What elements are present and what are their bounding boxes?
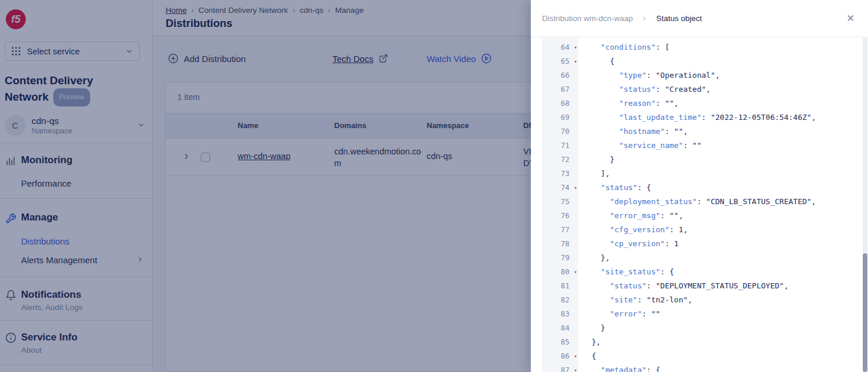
line-number: 65▾ (542, 54, 578, 68)
panel-breadcrumb[interactable]: Distribution wm-dcn-waap (542, 14, 633, 23)
code-text: } (578, 153, 615, 167)
code-text: "last_update_time": "2022-12-05T06:54:46… (578, 111, 816, 125)
code-text: "cfg_version": 1, (578, 223, 688, 237)
code-line: 68 "reason": "", (542, 97, 862, 111)
line-number: 78 (542, 237, 578, 251)
code-text: }, (578, 251, 610, 265)
code-text: "deployment_status": "CDN_LB_STATUS_CREA… (578, 195, 816, 209)
code-line: 87▾ "metadata": { (542, 363, 862, 372)
json-code: 64▾ "conditions": [65▾ {66 "type": "Oper… (542, 40, 862, 372)
app-root: f5 Select service Content Delivery Netwo… (0, 0, 868, 372)
line-number: 83 (542, 307, 578, 321)
line-number: 79 (542, 251, 578, 265)
code-text: "cp_version": 1 (578, 237, 678, 251)
code-line: 75 "deployment_status": "CDN_LB_STATUS_C… (542, 195, 862, 209)
code-line: 82 "site": "tn2-lon", (542, 293, 862, 307)
panel-scrollbar-thumb[interactable] (863, 253, 867, 372)
line-number: 75 (542, 195, 578, 209)
code-text: "hostname": "", (578, 125, 688, 139)
code-line: 71 "service_name": "" (542, 139, 862, 153)
panel-header: Distribution wm-dcn-waap Status object ✕ (531, 0, 868, 37)
fold-toggle-icon[interactable]: ▾ (574, 363, 577, 372)
code-line: 66 "type": "Operational", (542, 68, 862, 82)
code-line: 80▾ "site_status": { (542, 265, 862, 279)
code-text: "site_status": { (578, 265, 674, 279)
code-text: { (578, 349, 596, 363)
line-number: 70 (542, 125, 578, 139)
code-line: 72 } (542, 153, 862, 167)
line-number: 84 (542, 321, 578, 335)
code-text: "error_msg": "", (578, 209, 683, 223)
fold-toggle-icon[interactable]: ▾ (574, 40, 577, 54)
code-line: 78 "cp_version": 1 (542, 237, 862, 251)
code-line: 77 "cfg_version": 1, (542, 223, 862, 237)
code-line: 65▾ { (542, 54, 862, 68)
code-line: 85 }, (542, 335, 862, 349)
line-number: 87▾ (542, 363, 578, 372)
line-number: 76 (542, 209, 578, 223)
code-text: { (578, 54, 615, 68)
fold-toggle-icon[interactable]: ▾ (574, 181, 577, 195)
line-number: 64▾ (542, 40, 578, 54)
code-text: ], (578, 167, 610, 181)
code-line: 74▾ "status": { (542, 181, 862, 195)
code-text: }, (578, 335, 601, 349)
code-text: "status": { (578, 181, 651, 195)
line-number: 72 (542, 153, 578, 167)
code-line: 70 "hostname": "", (542, 125, 862, 139)
code-text: "type": "Operational", (578, 68, 720, 82)
fold-toggle-icon[interactable]: ▾ (574, 349, 577, 363)
line-number: 66 (542, 68, 578, 82)
line-number: 81 (542, 279, 578, 293)
code-text: } (578, 321, 605, 335)
code-line: 69 "last_update_time": "2022-12-05T06:54… (542, 111, 862, 125)
line-number: 73 (542, 167, 578, 181)
code-line: 81 "status": "DEPLOYMENT_STATUS_DEPLOYED… (542, 279, 862, 293)
line-number: 68 (542, 97, 578, 111)
line-number: 77 (542, 223, 578, 237)
code-text: "status": "Created", (578, 82, 711, 97)
line-number: 80▾ (542, 265, 578, 279)
code-text: "service_name": "" (578, 139, 702, 153)
code-line: 76 "error_msg": "", (542, 209, 862, 223)
fold-toggle-icon[interactable]: ▾ (574, 54, 577, 68)
code-text: "metadata": { (578, 363, 660, 372)
panel-title: Status object (656, 14, 702, 23)
code-text: "site": "tn2-lon", (578, 293, 692, 307)
code-line: 67 "status": "Created", (542, 82, 862, 97)
code-text: "error": "" (578, 307, 660, 321)
code-text: "status": "DEPLOYMENT_STATUS_DEPLOYED", (578, 279, 788, 293)
code-line: 84 } (542, 321, 862, 335)
status-object-panel: Distribution wm-dcn-waap Status object ✕… (531, 0, 868, 372)
line-number: 85 (542, 335, 578, 349)
code-text: "conditions": [ (578, 40, 670, 54)
chevron-right-icon (641, 15, 648, 22)
line-number: 74▾ (542, 181, 578, 195)
fold-toggle-icon[interactable]: ▾ (574, 265, 577, 279)
close-icon[interactable]: ✕ (845, 13, 856, 25)
code-line: 83 "error": "" (542, 307, 862, 321)
line-number: 82 (542, 293, 578, 307)
code-line: 73 ], (542, 167, 862, 181)
line-number: 67 (542, 82, 578, 97)
code-text: "reason": "", (578, 97, 678, 111)
line-number: 71 (542, 139, 578, 153)
line-number: 86▾ (542, 349, 578, 363)
code-line: 86▾ { (542, 349, 862, 363)
line-number: 69 (542, 111, 578, 125)
code-line: 64▾ "conditions": [ (542, 40, 862, 54)
code-line: 79 }, (542, 251, 862, 265)
